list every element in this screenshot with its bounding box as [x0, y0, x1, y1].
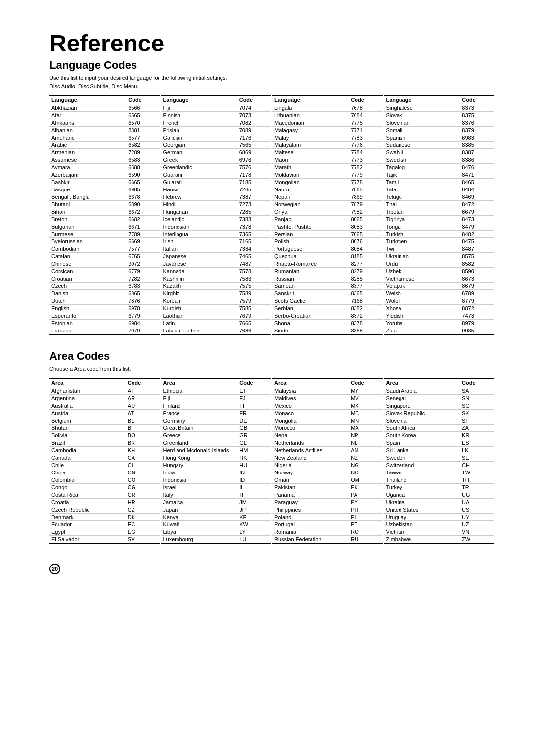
table-row: PortugalPT: [272, 520, 383, 528]
table-row: Faroese7079: [49, 327, 160, 335]
area-code: LU: [237, 535, 271, 543]
language-code: 7465: [237, 253, 271, 260]
area-code: SA: [460, 387, 494, 394]
language-name: Bulgarian: [49, 223, 126, 231]
language-code: 6779: [126, 268, 160, 275]
table-row: Portuguese8084: [272, 245, 383, 253]
language-name: Burmese: [49, 231, 126, 238]
area-name: Hungary: [161, 461, 238, 469]
area-code-header-4: Code: [460, 378, 494, 387]
area-code: CH: [460, 461, 494, 469]
table-row: Cambodian7577: [49, 245, 160, 253]
table-row: Bihari6672: [49, 208, 160, 216]
table-row: FinlandFI: [161, 402, 272, 409]
language-name: Fiji: [161, 104, 237, 112]
language-code: 7165: [237, 238, 271, 245]
table-row: PakistanPK: [272, 483, 383, 491]
language-code: 7168: [349, 297, 383, 305]
table-row: French7082: [161, 119, 272, 127]
table-row: Bulgarian6671: [49, 223, 160, 231]
area-code: BT: [126, 424, 160, 431]
lang-col-header-1: Language: [49, 95, 126, 104]
area-name: Canada: [49, 454, 126, 461]
area-code: TW: [460, 469, 494, 476]
table-row: HungaryHU: [161, 461, 272, 469]
language-code: 8382: [349, 305, 383, 312]
table-row: UkraineUA: [384, 498, 495, 506]
table-row: Lingala7678: [272, 104, 383, 112]
language-code: 7782: [349, 164, 383, 171]
area-code: FI: [237, 402, 271, 409]
table-row: BelgiumBE: [49, 417, 160, 424]
table-row: NetherlandsNL: [272, 439, 383, 446]
language-name: Hebrew: [161, 193, 237, 201]
language-code: 6671: [126, 223, 160, 231]
table-row: Hausa7265: [161, 186, 272, 193]
table-row: Frisian7089: [161, 127, 272, 134]
language-name: Afar: [49, 112, 126, 119]
language-name: Ameharic: [49, 134, 126, 142]
area-name: Senegal: [384, 394, 460, 402]
table-row: Tigrinya8473: [384, 216, 495, 223]
language-name: Abkhazian: [49, 104, 126, 112]
table-row: Korean7579: [161, 297, 272, 305]
table-row: MalaysiaMY: [272, 387, 383, 394]
area-name: Sweden: [384, 454, 460, 461]
area-table-1: Area Code AfghanistanAFArgentinaARAustra…: [49, 378, 160, 544]
table-row: Nauru7865: [272, 186, 383, 193]
area-name: Congo: [49, 483, 126, 491]
language-code: 8379: [460, 127, 494, 134]
table-row: MonacoMC: [272, 409, 383, 417]
table-row: TurkeyTR: [384, 483, 495, 491]
area-name: Great Britain: [161, 424, 238, 431]
area-name: France: [161, 409, 238, 417]
area-code: SE: [460, 454, 494, 461]
table-row: Nepali7869: [272, 193, 383, 201]
language-code: 7079: [126, 327, 160, 335]
table-row: Malagasy7771: [272, 127, 383, 134]
table-row: Sindhi8368: [272, 327, 383, 335]
language-name: Tigrinya: [384, 216, 460, 223]
area-code: UG: [460, 491, 494, 498]
language-code: 7879: [349, 201, 383, 208]
language-name: English: [49, 305, 126, 312]
language-name: Malagasy: [272, 127, 349, 134]
area-code: CR: [126, 491, 160, 498]
table-row: Burmese7789: [49, 231, 160, 238]
area-code: AT: [126, 409, 160, 417]
table-row: Byelorussian6669: [49, 238, 160, 245]
language-code: 6682: [126, 216, 160, 223]
language-name: Lithuanian: [272, 112, 349, 119]
language-code: 8469: [460, 193, 494, 201]
language-name: Thai: [384, 201, 460, 208]
area-code: HR: [126, 498, 160, 506]
table-row: Slovak RepublicSK: [384, 409, 495, 417]
table-row: Icelandic7383: [161, 216, 272, 223]
area-code: MC: [349, 409, 383, 417]
table-row: Twi8487: [384, 245, 495, 253]
language-code: 8377: [349, 283, 383, 290]
area-code: PL: [349, 513, 383, 520]
table-row: Welsh6789: [384, 290, 495, 297]
area-name: Panama: [272, 491, 349, 498]
table-row: Croatian7282: [49, 275, 160, 283]
language-code: 6779: [126, 312, 160, 320]
table-row: Indonesian7378: [161, 223, 272, 231]
language-code: 6865: [126, 290, 160, 297]
table-row: Serbo-Croatian8372: [272, 312, 383, 320]
language-name: Assamese: [49, 156, 126, 164]
language-code: 7678: [349, 104, 383, 112]
table-row: Samoan8377: [272, 283, 383, 290]
language-name: Aymara: [49, 164, 126, 171]
table-row: IsraelIL: [161, 483, 272, 491]
table-row: ColombiaCO: [49, 476, 160, 483]
language-name: Tamil: [384, 179, 460, 186]
area-col-header-2: Area: [161, 378, 238, 387]
table-row: Hebrew7387: [161, 193, 272, 201]
table-row: Dutch7876: [49, 297, 160, 305]
language-code: 7982: [349, 208, 383, 216]
area-name: Pakistan: [272, 483, 349, 491]
language-name: Bihari: [49, 208, 126, 216]
area-name: Slovak Republic: [384, 409, 460, 417]
area-code: UY: [460, 513, 494, 520]
